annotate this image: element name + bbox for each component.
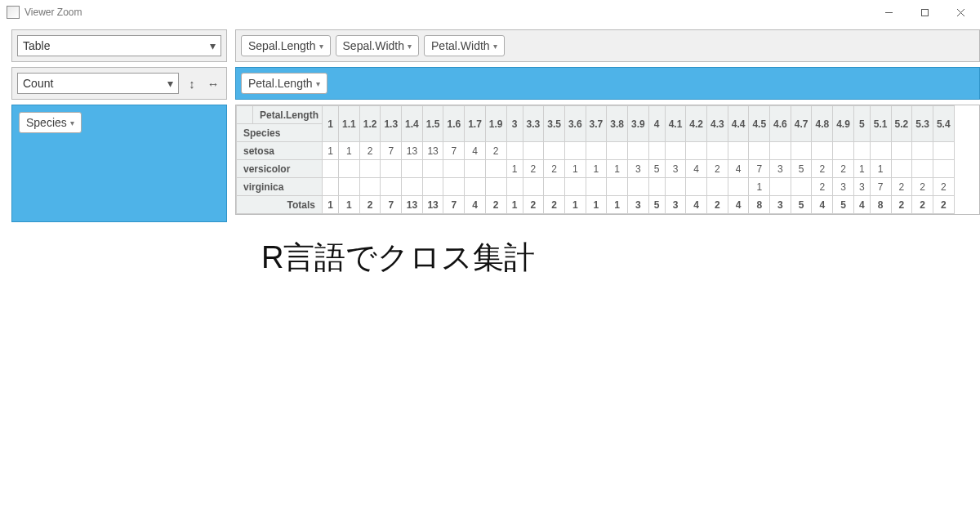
maximize-button[interactable] <box>906 1 942 24</box>
pivot-cell <box>853 142 870 160</box>
pivot-cell <box>339 160 360 178</box>
pivot-cell <box>443 160 465 178</box>
pivot-cell <box>564 178 586 196</box>
pivot-total-cell: 2 <box>359 196 381 214</box>
pivot-total-cell: 5 <box>648 196 665 214</box>
pivot-cell: 1 <box>506 160 523 178</box>
pivot-cell <box>791 142 812 160</box>
chip-label: Species <box>26 116 67 129</box>
pivot-total-cell: 2 <box>933 196 954 214</box>
pivot-col-header: 1.2 <box>359 106 381 142</box>
pivot-cell: 2 <box>812 178 833 196</box>
renderer-select-label: Table <box>23 39 50 52</box>
pivot-cell <box>402 160 423 178</box>
pivot-col-header: 1.5 <box>422 106 443 142</box>
pivot-cell: 2 <box>523 160 544 178</box>
pivot-total-cell: 4 <box>853 196 870 214</box>
caret-down-icon: ▾ <box>210 39 216 52</box>
caret-down-icon: ▾ <box>316 79 320 88</box>
pivot-cell <box>912 160 933 178</box>
pivot-cell <box>728 178 749 196</box>
unused-fields-toolbar[interactable]: Sepal.Length ▾ Sepal.Width ▾ Petal.Width… <box>235 29 980 62</box>
unused-field-chip[interactable]: Petal.Width ▾ <box>424 35 505 56</box>
pivot-cell <box>770 142 791 160</box>
window-title: Viewer Zoom <box>24 7 82 18</box>
row-field-chip-species[interactable]: Species ▾ <box>19 112 82 133</box>
pivot-cell: 4 <box>465 142 486 160</box>
pivot-row-header: setosa <box>237 142 323 160</box>
pivot-cell <box>627 142 648 160</box>
pivot-col-header: 3.9 <box>627 106 648 142</box>
pivot-col-header: 1.6 <box>443 106 465 142</box>
caret-down-icon: ▾ <box>408 42 412 51</box>
col-field-chip-petal-length[interactable]: Petal.Length ▾ <box>241 73 327 94</box>
pivot-cell <box>323 160 339 178</box>
pivot-total-cell: 7 <box>381 196 402 214</box>
aggregator-select-label: Count <box>23 77 53 90</box>
unused-field-chip[interactable]: Sepal.Width ▾ <box>336 35 419 56</box>
pivot-cell: 7 <box>381 142 402 160</box>
pivot-cell: 2 <box>833 160 854 178</box>
pivot-total-cell: 2 <box>544 196 565 214</box>
pivot-total-cell: 2 <box>891 196 912 214</box>
pivot-total-cell: 3 <box>627 196 648 214</box>
pivot-col-header: 4.1 <box>665 106 686 142</box>
renderer-select[interactable]: Table ▾ <box>17 35 221 56</box>
unused-field-chip[interactable]: Sepal.Length ▾ <box>241 35 331 56</box>
pivot-cell: 2 <box>891 178 912 196</box>
rows-dropzone[interactable]: Species ▾ <box>11 105 227 222</box>
pivot-col-header: 5.2 <box>891 106 912 142</box>
caret-down-icon: ▾ <box>319 42 323 51</box>
pivot-cell <box>359 178 381 196</box>
pivot-cell: 3 <box>853 178 870 196</box>
pivot-total-cell: 5 <box>833 196 854 214</box>
pivot-total-cell: 1 <box>323 196 339 214</box>
pivot-cell: 3 <box>665 160 686 178</box>
pivot-cell: 4 <box>686 160 707 178</box>
pivot-totals-label: Totals <box>237 196 323 214</box>
pivot-cell <box>812 142 833 160</box>
pivot-cell <box>686 142 707 160</box>
pivot-cell <box>648 142 665 160</box>
pivot-cell: 1 <box>870 160 891 178</box>
pivot-col-header: 4.2 <box>686 106 707 142</box>
pivot-cell <box>891 160 912 178</box>
pivot-cell <box>665 178 686 196</box>
pivot-cell: 5 <box>791 160 812 178</box>
pivot-cell <box>933 142 954 160</box>
pivot-col-header: 3.3 <box>523 106 544 142</box>
pivot-cell: 1 <box>853 160 870 178</box>
pivot-col-header: 3.5 <box>544 106 565 142</box>
app-icon <box>7 6 20 19</box>
sort-rows-button[interactable]: ↕ <box>184 74 200 93</box>
pivot-total-cell: 8 <box>870 196 891 214</box>
pivot-cell: 4 <box>728 160 749 178</box>
pivot-cell: 2 <box>544 160 565 178</box>
minimize-button[interactable] <box>871 1 906 24</box>
pivot-col-header: 5.1 <box>870 106 891 142</box>
pivot-row-header: versicolor <box>237 160 323 178</box>
cols-dropzone[interactable]: Petal.Length ▾ <box>235 67 980 100</box>
pivot-cell <box>648 178 665 196</box>
pivot-cell: 3 <box>770 160 791 178</box>
pivot-total-cell: 2 <box>912 196 933 214</box>
pivot-total-cell: 7 <box>443 196 465 214</box>
pivot-cell <box>465 160 486 178</box>
pivot-cell: 7 <box>443 142 465 160</box>
pivot-cell: 1 <box>749 178 770 196</box>
pivot-cell <box>523 178 544 196</box>
pivot-cell <box>359 160 381 178</box>
pivot-cell: 2 <box>933 178 954 196</box>
pivot-total-cell: 1 <box>506 196 523 214</box>
chip-label: Petal.Width <box>431 39 490 52</box>
pivot-cell <box>912 142 933 160</box>
sort-cols-button[interactable]: ↔ <box>205 74 221 93</box>
pivot-cell <box>728 142 749 160</box>
pivot-cell: 1 <box>586 160 607 178</box>
pivot-total-cell: 1 <box>586 196 607 214</box>
close-button[interactable] <box>942 1 978 24</box>
aggregator-select[interactable]: Count ▾ <box>17 73 179 94</box>
pivot-cell <box>686 178 707 196</box>
pivot-cell <box>891 142 912 160</box>
pivot-cell: 3 <box>627 160 648 178</box>
